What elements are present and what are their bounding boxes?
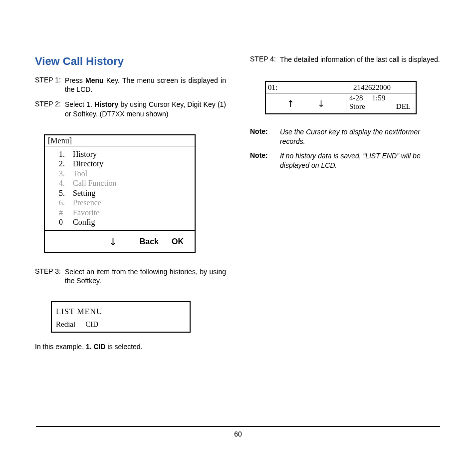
step-body: Select 1. History by using Cursor Key, D…	[65, 100, 226, 118]
step-body: The detailed information of the last cal…	[280, 55, 441, 64]
idx: #	[59, 208, 73, 218]
menu-title: [Menu]	[45, 135, 195, 146]
detail-date: 4-28	[349, 94, 363, 102]
step-4: STEP 4: The detailed information of the …	[250, 55, 441, 64]
txt: Directory	[73, 159, 195, 169]
menu-item-tool: 3.Tool	[59, 169, 195, 179]
menu-item-directory: 2.Directory	[59, 159, 195, 169]
menu-item-history: 1.History	[59, 149, 195, 159]
keyword: 1. CID	[86, 343, 106, 351]
list-menu-options: Redial CID	[52, 318, 190, 332]
option-redial: Redial	[56, 320, 75, 329]
detail-row-top: 01: 2142622000	[266, 82, 416, 93]
softkey-ok: OK	[172, 237, 184, 246]
page-number: 60	[0, 430, 476, 438]
list-menu-title: LIST MENU	[52, 302, 190, 318]
menu-list: 1.History 2.Directory 3.Tool 4.Call Func…	[45, 146, 195, 230]
call-detail-box: 01: 2142622000 ↑ ↓ 4-28 1:59 Store	[265, 81, 417, 114]
idx: 1.	[59, 149, 73, 159]
softkey-store: Store	[349, 102, 365, 111]
txt: Setting	[73, 188, 195, 198]
option-cid: CID	[85, 320, 98, 329]
text: Press	[65, 76, 85, 84]
step-label: STEP 2:	[35, 100, 65, 118]
idx: 2.	[59, 159, 73, 169]
txt: History	[73, 149, 195, 159]
list-menu-box: LIST MENU Redial CID	[51, 301, 191, 333]
text: Select 1.	[65, 100, 94, 108]
text: In this example,	[35, 343, 86, 351]
detail-time: 1:59	[372, 94, 386, 102]
left-column: View Call History STEP 1: Press Menu Key…	[35, 55, 226, 351]
detail-info: 4-28 1:59 Store DEL	[346, 93, 416, 113]
right-column: STEP 4: The detailed information of the …	[250, 55, 441, 351]
step-body: Press Menu Key. The menu screen is displ…	[65, 76, 226, 94]
menu-item-favorite: #Favorite	[59, 208, 195, 218]
note-body: Use the Cursor key to display the next/f…	[280, 127, 441, 146]
step-body: Select an item from the following histor…	[65, 267, 226, 285]
note-1: Note: Use the Cursor key to display the …	[250, 127, 441, 146]
detail-datetime: 4-28 1:59	[349, 94, 413, 102]
menu-item-presence: 6.Presence	[59, 198, 195, 208]
detail-softkeys: Store DEL	[349, 102, 413, 111]
step-label: STEP 1:	[35, 76, 65, 94]
step-3: STEP 3: Select an item from the followin…	[35, 267, 226, 285]
softkey-back: Back	[140, 237, 159, 246]
step-label: STEP 3:	[35, 267, 65, 285]
menu-box: [Menu] 1.History 2.Directory 3.Tool 4.Ca…	[44, 134, 196, 253]
txt: Call Function	[73, 178, 195, 188]
example-text: In this example, 1. CID is selected.	[35, 343, 226, 351]
softkey-del: DEL	[396, 102, 411, 111]
idx: 4.	[59, 178, 73, 188]
arrow-down-icon: ↓	[109, 236, 117, 248]
note-2: Note: If no history data is saved, “LIST…	[250, 151, 441, 170]
idx: 3.	[59, 169, 73, 179]
record-number: 2142622000	[350, 82, 416, 93]
note-label: Note:	[250, 127, 280, 146]
txt: Config	[73, 217, 195, 227]
txt: Presence	[73, 198, 195, 208]
arrow-down-icon: ↓	[317, 98, 325, 109]
txt: Tool	[73, 169, 195, 179]
arrow-up-icon: ↑	[287, 98, 294, 109]
note-body: If no history data is saved, “LIST END” …	[280, 151, 441, 170]
txt: Favorite	[73, 208, 195, 218]
arrow-group: ↑ ↓	[266, 93, 346, 113]
idx: 0	[59, 217, 73, 227]
step-2: STEP 2: Select 1. History by using Curso…	[35, 100, 226, 118]
step-1: STEP 1: Press Menu Key. The menu screen …	[35, 76, 226, 94]
note-label: Note:	[250, 151, 280, 170]
detail-row-bottom: ↑ ↓ 4-28 1:59 Store DEL	[266, 93, 416, 113]
idx: 6.	[59, 198, 73, 208]
menu-item-config: 0Config	[59, 217, 195, 227]
page: View Call History STEP 1: Press Menu Key…	[0, 0, 476, 454]
menu-item-setting: 5.Setting	[59, 188, 195, 198]
menu-item-call-function: 4.Call Function	[59, 178, 195, 188]
step-label: STEP 4:	[250, 55, 280, 64]
text: is selected.	[106, 343, 143, 351]
record-index: 01:	[266, 82, 350, 93]
keyword: History	[94, 100, 118, 108]
section-heading: View Call History	[35, 55, 226, 68]
keyword: Menu	[85, 76, 104, 84]
idx: 5.	[59, 188, 73, 198]
footer-rule	[36, 426, 440, 427]
menu-softkeys: ↓ Back OK	[45, 230, 195, 252]
